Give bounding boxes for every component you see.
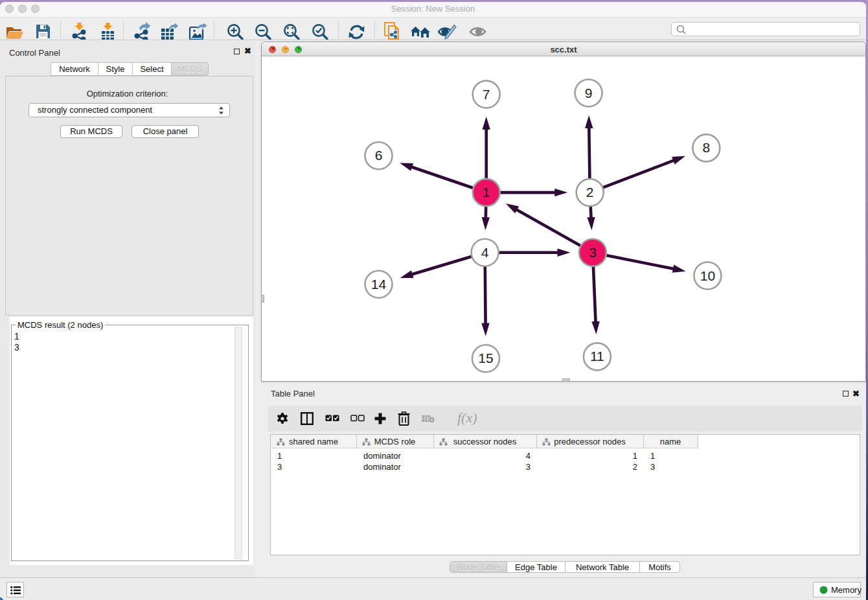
svg-text:1: 1 bbox=[483, 185, 490, 200]
svg-text:10: 10 bbox=[700, 268, 715, 283]
svg-text:14: 14 bbox=[371, 277, 387, 292]
svg-text:7: 7 bbox=[483, 87, 490, 102]
svg-text:2: 2 bbox=[586, 185, 594, 200]
svg-text:9: 9 bbox=[585, 86, 593, 100]
svg-text:15: 15 bbox=[478, 351, 493, 365]
svg-text:4: 4 bbox=[481, 245, 489, 260]
svg-text:6: 6 bbox=[375, 148, 383, 163]
svg-text:8: 8 bbox=[702, 140, 710, 155]
svg-text:11: 11 bbox=[590, 349, 604, 363]
svg-text:3: 3 bbox=[589, 245, 597, 260]
